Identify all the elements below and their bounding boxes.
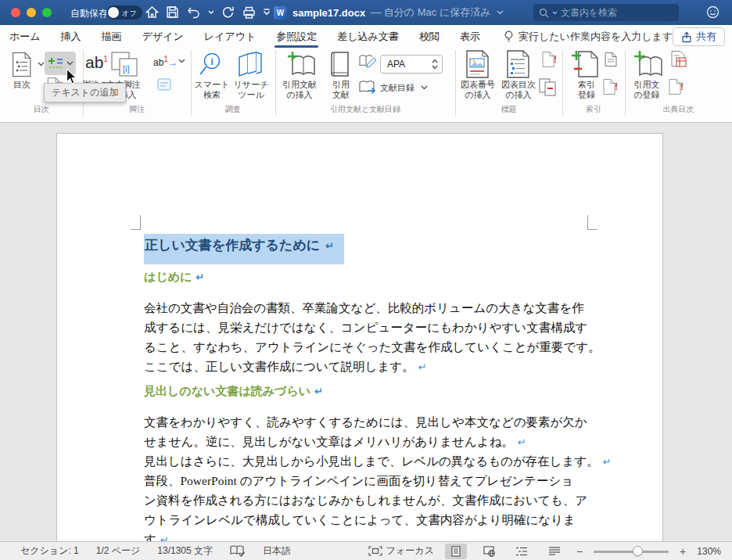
outline-view-button[interactable] [511, 544, 533, 559]
search-icon [539, 8, 549, 18]
svg-text:!: ! [680, 81, 684, 92]
mark-citation-button[interactable] [633, 48, 666, 80]
home-icon[interactable] [145, 5, 159, 19]
language-indicator[interactable]: 日本語 [263, 544, 291, 558]
paragraph-4[interactable]: 普段、PowerPoint のアウトラインペインに画面を切り替えてプレゼンテーシ… [144, 471, 601, 541]
zoom-slider-thumb[interactable] [633, 546, 643, 556]
zoom-out-button[interactable]: − [576, 545, 583, 558]
minimize-window-button[interactable] [27, 8, 36, 17]
tab-insert[interactable]: 挿入 [61, 25, 81, 48]
insert-citation-button[interactable] [286, 49, 319, 79]
bibliography-chevron-icon[interactable] [421, 85, 428, 90]
share-label: 共有 [696, 30, 716, 44]
tab-layout[interactable]: レイアウト [204, 25, 257, 48]
smart-lookup-button[interactable]: i [197, 51, 225, 79]
search-input[interactable]: 文書内を検索 [533, 4, 679, 21]
lightbulb-icon [504, 31, 514, 43]
heading1-selected-text[interactable]: 正しい文書を作成するために↵ [144, 234, 344, 264]
insert-footnote-icon[interactable]: ab1 [85, 53, 108, 72]
paragraph-mark-icon: ↵ [518, 436, 526, 448]
tab-view[interactable]: 表示 [460, 25, 480, 48]
tab-design[interactable]: デザイン [142, 25, 184, 48]
zoom-slider[interactable] [594, 546, 669, 557]
heading2-intro[interactable]: はじめに↵ [144, 270, 601, 285]
next-footnote-chevron-icon[interactable] [178, 59, 185, 63]
undo-dropdown-icon[interactable] [208, 10, 214, 15]
save-icon[interactable] [166, 5, 179, 19]
paragraph-2[interactable]: 文書をわかりやすく、読みやすくするためには、見出しや本文などの要素が欠か せませ… [144, 412, 601, 451]
citations-button[interactable] [328, 50, 353, 78]
insert-caption-button[interactable] [463, 49, 491, 79]
next-footnote-icon[interactable]: ab1→ [153, 55, 178, 68]
citation-style-select[interactable]: APA [380, 55, 443, 74]
page-indicator[interactable]: 1/2 ページ [96, 544, 141, 558]
citation-style-value: APA [387, 59, 405, 70]
update-index-button[interactable]: ! [602, 78, 618, 95]
group-label-research: 調査 [191, 104, 275, 115]
ribbon-tab-bar: ホーム 挿入 描画 デザイン レイアウト 参照設定 差し込み文書 校閲 表示 実… [0, 25, 732, 48]
redo-icon[interactable] [221, 5, 235, 19]
paragraph-3[interactable]: 見出しはさらに、大見出しから小見出しまで、レベルの異なるものが存在します。↵ [144, 451, 601, 471]
heading2-nohead[interactable]: 見出しのない文書は読みづらい↵ [144, 384, 601, 400]
tab-review[interactable]: 校閲 [419, 25, 440, 48]
autosave-label: 自動保存 [70, 7, 108, 20]
zoom-window-button[interactable] [42, 8, 52, 17]
mark-entry-button[interactable] [571, 48, 602, 80]
share-icon [681, 31, 692, 43]
research-tools-button[interactable] [235, 51, 264, 79]
svg-text:!: ! [615, 81, 618, 92]
toc-chevron-icon[interactable] [38, 62, 45, 66]
insert-endnote-button[interactable]: [i] [109, 51, 139, 77]
svg-text:[i]: [i] [123, 64, 130, 74]
toolbar-overflow-icon[interactable] [263, 9, 271, 16]
section-indicator[interactable]: セクション: 1 [20, 544, 79, 558]
proofing-status-icon[interactable] [230, 545, 246, 558]
word-count[interactable]: 13/1305 文字 [157, 544, 213, 558]
print-icon[interactable] [242, 6, 256, 19]
tab-references[interactable]: 参照設定 [276, 25, 317, 48]
show-notes-icon[interactable] [157, 78, 171, 91]
share-button[interactable]: 共有 [673, 27, 725, 46]
insert-index-button[interactable] [604, 52, 618, 67]
bibliography-label[interactable]: 文献目録 [380, 83, 418, 93]
group-label-toc: 目次 [0, 104, 83, 115]
autosave-state-label: オフ [122, 9, 137, 19]
tab-home[interactable]: ホーム [9, 25, 41, 48]
tab-mailings[interactable]: 差し込み文書 [337, 25, 399, 48]
undo-icon[interactable] [186, 5, 201, 19]
feedback-smiley-icon[interactable] [706, 5, 719, 19]
insert-table-of-figures-button[interactable] [504, 49, 532, 79]
citation-style-icon [358, 53, 377, 70]
autosave-toggle[interactable]: オフ [106, 5, 142, 20]
document-page[interactable]: 正しい文書を作成するために↵ はじめに↵ 会社の文書や自治会の書類、卒業論文など… [56, 133, 663, 541]
document-content: 正しい文書を作成するために↵ はじめに↵ 会社の文書や自治会の書類、卒業論文など… [144, 234, 601, 541]
web-layout-view-button[interactable] [478, 544, 500, 559]
group-label-footnotes: 脚注 [83, 104, 191, 115]
toc-button[interactable] [9, 52, 34, 77]
heading1[interactable]: 正しい文書を作成するために↵ [144, 234, 601, 264]
title-chevron-icon[interactable] [497, 10, 504, 15]
paragraph-1[interactable]: 会社の文書や自治会の書類、卒業論文など、比較的ボリュームの大きな文書を作 成する… [144, 298, 601, 376]
zoom-slider-track [594, 551, 669, 553]
cross-reference-button[interactable] [538, 78, 558, 97]
focus-mode-button[interactable]: フォーカス [368, 544, 434, 558]
status-bar: セクション: 1 1/2 ページ 13/1305 文字 日本語 フォーカス − … [0, 541, 732, 560]
paragraph-mark-icon: ↵ [160, 534, 169, 541]
close-window-button[interactable] [11, 8, 20, 17]
insert-table-of-authorities-button[interactable] [669, 50, 688, 69]
print-layout-view-button[interactable] [445, 544, 467, 559]
citations-label: 引用文献 [329, 80, 353, 99]
mark-citation-label: 引用文の登録 [630, 80, 663, 99]
tab-draw[interactable]: 描画 [102, 25, 122, 48]
zoom-level[interactable]: 130% [697, 546, 721, 557]
tell-me-box[interactable]: 実行したい作業内容を入力します [504, 30, 673, 44]
tooltip: テキストの追加 [44, 83, 126, 102]
zoom-in-button[interactable]: + [680, 545, 686, 558]
search-chevron-icon[interactable] [552, 11, 558, 15]
research-tools-label: リサーチツール [231, 80, 271, 99]
draft-view-button[interactable] [544, 544, 565, 559]
update-table-of-authorities-button[interactable]: ! [668, 78, 684, 95]
document-name: sample17.docx [292, 7, 365, 19]
update-table-of-figures-button[interactable]: ! [541, 51, 557, 68]
bibliography-icon[interactable] [358, 80, 377, 95]
